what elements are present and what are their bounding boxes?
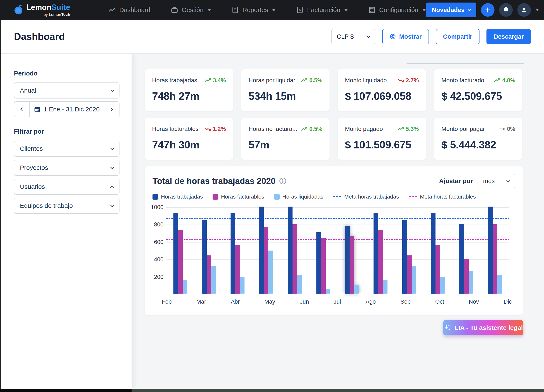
x-tick-label-dic: Dic (504, 298, 512, 305)
bar-group-3[interactable] (223, 207, 252, 294)
bar-horas-facturables[interactable] (493, 224, 497, 294)
descargar-button[interactable]: Descargar (486, 29, 531, 44)
notifications-button[interactable] (499, 3, 513, 17)
bar-horas-liquidadas[interactable] (412, 266, 416, 294)
bar-horas-facturables[interactable] (264, 227, 268, 294)
filter-select-clientes[interactable]: Clientes (14, 140, 119, 157)
bar-horas-liquidadas[interactable] (326, 289, 330, 294)
bar-horas-liquidadas[interactable] (297, 275, 302, 294)
brand-byline-right: Tech (61, 12, 70, 17)
filter-select-proyectos[interactable]: Proyectos (14, 160, 119, 176)
bar-horas-trabajadas[interactable] (459, 224, 464, 294)
periodo-select[interactable]: Anual (14, 82, 119, 99)
bar-horas-trabajadas[interactable] (345, 226, 350, 294)
bar-horas-trabajadas[interactable] (373, 213, 378, 294)
bar-horas-trabajadas[interactable] (202, 220, 207, 294)
bar-horas-facturables[interactable] (464, 259, 469, 294)
kpi-trend-pct: 2.7% (406, 77, 419, 84)
bar-horas-facturables[interactable] (178, 230, 183, 294)
bar-horas-facturables[interactable] (407, 255, 412, 294)
bar-group-12[interactable] (481, 207, 509, 294)
legend-item-meta-horas-facturables[interactable]: Meta horas facturables (409, 193, 476, 200)
report-icon (231, 6, 239, 14)
legend-item-horas-facturables[interactable]: Horas facturables (213, 193, 264, 200)
bar-group-8[interactable] (366, 207, 395, 294)
bar-horas-liquidadas[interactable] (383, 280, 387, 294)
y-tick-label: 200 (154, 274, 164, 280)
ajustar-por-select[interactable]: mes (478, 174, 515, 188)
x-tick-label-may: May (264, 298, 275, 305)
user-menu-button[interactable] (517, 3, 531, 17)
bar-group-11[interactable] (452, 207, 481, 294)
legend-item-meta-horas-trabajadas[interactable]: Meta horas trabajadas (333, 193, 399, 200)
compartir-button[interactable]: Compartir (436, 29, 480, 44)
bar-horas-liquidadas[interactable] (497, 275, 502, 294)
bar-horas-facturables[interactable] (293, 224, 297, 294)
nav-item-gestion[interactable]: Gestión (171, 6, 211, 14)
filter-select-usuarios[interactable]: Usuarios (14, 179, 119, 195)
bar-group-2[interactable] (195, 207, 223, 294)
kpi-trend: 2.7% (397, 77, 419, 84)
info-icon[interactable] (279, 177, 287, 185)
mostrar-button[interactable]: Mostrar (382, 29, 429, 44)
bar-horas-liquidadas[interactable] (440, 277, 445, 294)
bar-horas-facturables[interactable] (235, 245, 240, 294)
date-range-button[interactable]: 1 Ene - 31 Dic 2020 (29, 102, 104, 117)
y-tick-label: 800 (154, 221, 164, 228)
nav-item-dashboard[interactable]: Dashboard (108, 6, 150, 14)
target-icon (389, 33, 396, 40)
x-tick-label-sep: Sep (400, 298, 411, 305)
header-actions: CLP $ Mostrar Compartir Descargar (331, 29, 531, 44)
kpi-top-row: Monto pagado5.3% (345, 126, 419, 132)
bar-horas-trabajadas[interactable] (259, 207, 264, 294)
user-menu-caret-icon[interactable] (536, 9, 539, 11)
plot-area (166, 207, 509, 294)
nav-item-reportes[interactable]: Reportes (231, 6, 276, 14)
bar-group-4[interactable] (252, 207, 280, 294)
bar-horas-liquidadas[interactable] (469, 271, 473, 294)
kpi-label: Horas trabajadas (152, 77, 197, 84)
bar-horas-liquidadas[interactable] (354, 286, 359, 294)
trend-up-icon (204, 78, 212, 83)
kpi-value: $ 42.509.675 (441, 90, 515, 102)
add-button[interactable] (481, 3, 495, 17)
filter-select-equipos-de-trabajo[interactable]: Equipos de trabajo (14, 198, 119, 214)
legend-item-horas-trabajadas[interactable]: Horas trabajadas (153, 193, 203, 200)
prev-period-button[interactable] (14, 102, 29, 117)
bar-horas-trabajadas[interactable] (173, 213, 178, 294)
currency-select[interactable]: CLP $ (331, 29, 375, 44)
bar-horas-liquidadas[interactable] (268, 251, 273, 294)
nav-item-configuracion[interactable]: Configuración (368, 6, 426, 14)
bar-horas-facturables[interactable] (378, 230, 383, 294)
bar-horas-trabajadas[interactable] (288, 207, 293, 294)
legend-label: Horas liquidadas (282, 193, 323, 200)
bar-horas-trabajadas[interactable] (431, 213, 436, 294)
bar-group-10[interactable] (423, 207, 452, 294)
bar-group-9[interactable] (395, 207, 423, 294)
bar-group-1[interactable] (166, 207, 195, 294)
bar-group-6[interactable] (309, 207, 337, 294)
bar-horas-facturables[interactable] (436, 245, 440, 294)
novedades-button[interactable]: Novedades (426, 3, 476, 17)
bar-horas-trabajadas[interactable] (488, 207, 493, 294)
bar-horas-facturables[interactable] (321, 238, 326, 294)
legend-item-horas-liquidadas[interactable]: Horas liquidadas (274, 193, 323, 200)
kpi-grid: Horas trabajadas3.4%748h 27mHoras por li… (145, 69, 523, 160)
bar-horas-trabajadas[interactable] (402, 220, 407, 294)
bar-group-5[interactable] (280, 207, 309, 294)
bar-horas-liquidadas[interactable] (240, 277, 244, 294)
bar-horas-liquidadas[interactable] (211, 266, 216, 294)
next-period-button[interactable] (104, 102, 119, 117)
bar-horas-facturables[interactable] (207, 255, 211, 294)
bar-horas-facturables[interactable] (350, 236, 354, 294)
trend-up-icon (301, 78, 308, 83)
bar-horas-trabajadas[interactable] (231, 213, 235, 294)
lia-assistant-button[interactable]: LIA - Tu asistente legal (443, 320, 523, 335)
brand-logo[interactable]: LemonSuite by LemonTech (13, 4, 70, 17)
nav-item-facturacion[interactable]: $Facturación (296, 6, 348, 14)
kpi-top-row: Horas trabajadas3.4% (152, 77, 226, 84)
bar-horas-liquidadas[interactable] (183, 280, 187, 294)
chevron-down-icon (344, 9, 348, 11)
bar-group-7[interactable] (338, 207, 366, 294)
bar-horas-trabajadas[interactable] (316, 232, 321, 294)
